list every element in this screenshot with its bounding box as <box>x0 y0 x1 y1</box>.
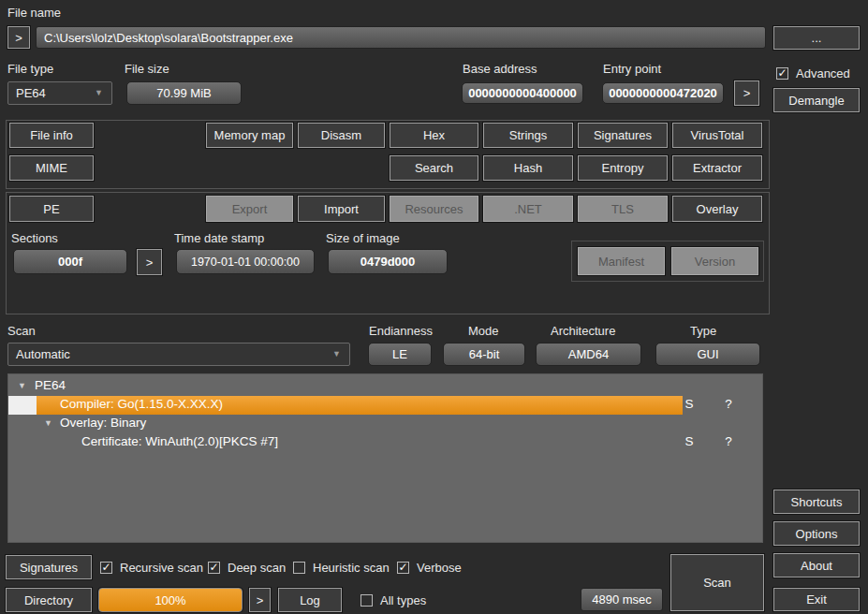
options-button[interactable]: Options <box>773 521 860 546</box>
expander-icon[interactable]: ▼ <box>18 381 26 390</box>
check-icon: ✓ <box>777 67 787 79</box>
endianness-field[interactable]: LE <box>368 343 432 366</box>
signature-link[interactable]: S <box>681 434 698 448</box>
file-type-combo[interactable]: PE64 ▼ <box>7 81 112 105</box>
hex-button[interactable]: Hex <box>390 123 478 148</box>
extractor-button[interactable]: Extractor <box>672 155 762 181</box>
expander-icon[interactable]: ▼ <box>44 418 52 428</box>
check-icon: ✓ <box>398 562 407 573</box>
deep-scan-checkbox[interactable]: ✓ Deep scan <box>208 561 286 575</box>
recursive-scan-checkbox[interactable]: ✓ Recursive scan <box>100 561 203 575</box>
scan-results-tree: ▼ PE64 Compiler: Go(1.15.0-X.XX.X) S ? ▼… <box>7 373 763 543</box>
log-button[interactable]: Log <box>278 588 342 612</box>
info-link[interactable]: ? <box>720 434 737 448</box>
browse-button[interactable]: ... <box>773 26 860 50</box>
about-button[interactable]: About <box>773 553 860 577</box>
import-button[interactable]: Import <box>298 196 385 222</box>
detect-it-easy-window: File name > C:\Users\lolz\Desktop\solara… <box>0 0 868 614</box>
file-type-label: File type <box>7 62 53 76</box>
tree-row-pe64[interactable]: ▼ PE64 <box>8 377 762 396</box>
mime-button[interactable]: MIME <box>9 155 94 181</box>
advanced-checkbox[interactable]: ✓ Advanced <box>776 66 850 80</box>
time-date-stamp-label: Time date stamp <box>174 231 264 245</box>
checkbox-box <box>293 562 305 574</box>
sections-goto-button[interactable]: > <box>137 249 162 275</box>
base-address-field[interactable]: 0000000000400000 <box>462 82 583 104</box>
resources-button: Resources <box>390 196 478 222</box>
advanced-label: Advanced <box>796 66 850 80</box>
time-date-stamp-field[interactable]: 1970-01-01 00:00:00 <box>176 249 315 274</box>
tree-row-certificate[interactable]: Certificate: WinAuth(2.0)[PKCS #7] S ? <box>8 433 762 452</box>
chevron-down-icon: ▼ <box>95 88 103 97</box>
heuristic-scan-checkbox[interactable]: Heuristic scan <box>293 561 390 575</box>
file-name-label: File name <box>7 6 61 20</box>
checkbox-box <box>360 594 373 607</box>
version-button: Version <box>671 247 758 275</box>
file-info-button[interactable]: File info <box>9 123 94 148</box>
search-button[interactable]: Search <box>390 155 478 181</box>
endianness-label: Endianness <box>369 324 433 338</box>
export-button: Export <box>206 196 293 222</box>
memory-map-button[interactable]: Memory map <box>206 123 293 148</box>
tls-button: TLS <box>578 196 668 222</box>
dotnet-button: .NET <box>483 196 573 222</box>
file-size-field[interactable]: 70.99 MiB <box>126 81 242 105</box>
type-label: Type <box>690 324 716 338</box>
size-of-image-field[interactable]: 0479d000 <box>328 249 448 274</box>
size-of-image-label: Size of image <box>326 231 400 245</box>
checkbox-box: ✓ <box>208 562 220 574</box>
open-file-action-button[interactable]: > <box>7 26 30 49</box>
signatures-db-button[interactable]: Signatures <box>6 555 92 579</box>
entry-point-goto-button[interactable]: > <box>734 80 759 106</box>
scan-label: Scan <box>7 324 36 338</box>
overlay-button[interactable]: Overlay <box>672 196 762 222</box>
all-types-checkbox[interactable]: All types <box>360 593 426 607</box>
sections-label: Sections <box>11 231 58 245</box>
file-path-field[interactable]: C:\Users\lolz\Desktop\solara\Bootstrappe… <box>36 26 766 49</box>
checkbox-box: ✓ <box>397 562 409 574</box>
tree-row-overlay[interactable]: ▼ Overlay: Binary <box>8 415 762 433</box>
scan-button[interactable]: Scan <box>670 554 764 611</box>
mode-label: Mode <box>468 324 499 338</box>
manifest-button: Manifest <box>578 247 665 275</box>
disasm-button[interactable]: Disasm <box>298 123 385 148</box>
architecture-field[interactable]: AMD64 <box>536 343 641 366</box>
chevron-down-icon: ▼ <box>332 349 341 358</box>
directory-button[interactable]: Directory <box>6 588 92 612</box>
sections-count-field[interactable]: 000f <box>13 249 127 274</box>
shortcuts-button[interactable]: Shortcuts <box>773 490 860 514</box>
verbose-checkbox[interactable]: ✓ Verbose <box>397 561 462 575</box>
type-field[interactable]: GUI <box>655 343 760 366</box>
tree-row-compiler[interactable]: Compiler: Go(1.15.0-X.XX.X) S ? <box>8 396 762 415</box>
signature-link[interactable]: S <box>681 397 698 411</box>
signatures-button[interactable]: Signatures <box>578 123 668 148</box>
demangle-button[interactable]: Demangle <box>773 88 860 112</box>
virustotal-button[interactable]: VirusTotal <box>672 123 762 148</box>
checkbox-box: ✓ <box>100 562 112 574</box>
elapsed-time-field: 4890 msec <box>581 588 663 611</box>
progress-more-button[interactable]: > <box>249 588 271 612</box>
selected-row-marker <box>8 396 37 415</box>
scan-method-combo[interactable]: Automatic ▼ <box>7 343 350 366</box>
entropy-button[interactable]: Entropy <box>578 155 668 181</box>
file-size-label: File size <box>125 62 169 76</box>
strings-button[interactable]: Strings <box>483 123 573 148</box>
exit-button[interactable]: Exit <box>773 588 860 611</box>
entry-point-label: Entry point <box>603 62 661 76</box>
hash-button[interactable]: Hash <box>483 155 573 181</box>
pe-button[interactable]: PE <box>9 196 94 222</box>
check-icon: ✓ <box>101 562 110 573</box>
scan-progress-bar: 100% <box>98 588 243 612</box>
checkbox-box: ✓ <box>776 67 788 80</box>
architecture-label: Architecture <box>551 324 615 338</box>
mode-field[interactable]: 64-bit <box>443 343 525 366</box>
info-link[interactable]: ? <box>720 397 737 411</box>
entry-point-field[interactable]: 0000000000472020 <box>602 82 724 104</box>
check-icon: ✓ <box>209 562 218 573</box>
base-address-label: Base address <box>463 62 537 76</box>
